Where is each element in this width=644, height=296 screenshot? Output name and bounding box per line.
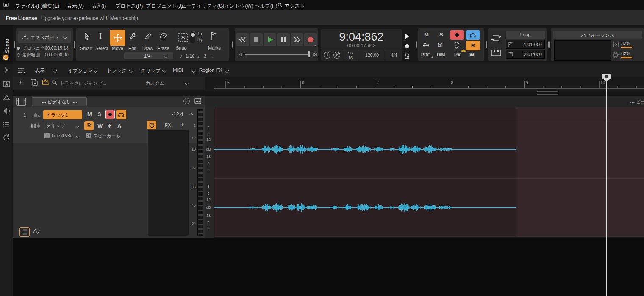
track1-name-box[interactable]: トラック1 — [43, 110, 82, 119]
track1-auto-button[interactable]: A — [117, 123, 121, 129]
marks-flag-icon[interactable] — [210, 31, 217, 41]
smart-tool-icon[interactable] — [83, 32, 91, 41]
edit-tool-icon[interactable] — [129, 32, 137, 40]
record-options-corner-icon[interactable] — [314, 44, 316, 46]
thumbnail-icon[interactable] — [194, 98, 201, 104]
module-handle[interactable] — [486, 41, 487, 48]
add-track-button[interactable]: + — [19, 78, 23, 87]
rewind-button[interactable] — [236, 33, 249, 46]
loop-start-box[interactable]: 1:01:000 — [506, 40, 545, 49]
snap-note-value[interactable]: 1/16 — [186, 53, 194, 59]
track-list-view-button[interactable] — [19, 227, 30, 237]
time-secondary[interactable]: 00:00:17.949 — [321, 43, 402, 48]
punch-toggle-icon[interactable] — [491, 49, 502, 57]
jump-to-track-input[interactable]: トラックにジャンプ... — [60, 80, 107, 87]
loop-end-box[interactable]: 2:01:000 — [506, 50, 545, 59]
dock-meter-icon[interactable] — [3, 108, 10, 114]
automation-lane-button[interactable] — [33, 229, 40, 235]
tvmenu-regionfx[interactable]: Region FX — [199, 67, 222, 73]
select-tool-icon[interactable]: I — [99, 31, 102, 41]
track1-gain-value[interactable]: -12.4 — [172, 112, 183, 117]
trackview-hamburger-icon[interactable] — [18, 67, 25, 73]
menu-file[interactable]: ファイル(F) — [15, 3, 42, 10]
film-icon[interactable] — [16, 98, 26, 106]
menu-process[interactable]: プロセス(P) — [115, 3, 143, 10]
tvmenu-options[interactable]: オプション — [68, 67, 93, 74]
track1-output-dropdown[interactable]: スピーカー (i — [93, 133, 119, 139]
track1-input-dropdown[interactable]: Line (P-Se — [52, 133, 73, 138]
global-arm-button[interactable]: R — [466, 41, 480, 50]
track1-record-arm-button[interactable] — [105, 110, 115, 119]
video-count-badge[interactable]: 8 — [183, 98, 190, 104]
empty-track-area[interactable] — [13, 238, 644, 296]
tempo-ratio-icon[interactable] — [333, 51, 341, 59]
time-primary[interactable]: 9:04:862 — [321, 31, 402, 44]
timeline-ruler[interactable]: 5678910 — [205, 77, 644, 90]
global-fx-bypass-button[interactable]: Fx — [423, 42, 429, 48]
global-mute-button[interactable]: M — [424, 31, 429, 38]
tvmenu-clip[interactable]: クリップ — [141, 67, 161, 74]
dock-expand-icon[interactable] — [4, 67, 9, 73]
keysig-icon[interactable] — [323, 51, 331, 59]
scrub-slider-handle[interactable] — [308, 51, 310, 57]
track1-lane-mode-dropdown[interactable]: クリップ — [46, 123, 65, 129]
track1-solo-button[interactable]: S — [97, 111, 101, 117]
video-label-box[interactable]: --- ビデオなし --- — [32, 97, 87, 106]
move-tool-icon[interactable] — [114, 34, 122, 42]
duplicate-track-icon[interactable] — [31, 79, 38, 86]
meter-lower-value[interactable]: 16 — [343, 55, 358, 60]
dock-mixdown-icon[interactable] — [3, 94, 10, 101]
fx-add-button[interactable]: + — [180, 120, 184, 128]
tvmenu-view[interactable]: 表示 — [35, 67, 45, 74]
splitter-grip[interactable] — [537, 91, 558, 92]
assist-search-icon[interactable] — [278, 3, 283, 8]
tempo-value[interactable]: 120.00 — [358, 53, 386, 58]
track1-grip-icon[interactable] — [32, 112, 41, 118]
play-button[interactable] — [264, 33, 276, 46]
track1-mute-button[interactable]: M — [87, 111, 92, 117]
scrub-end-icon[interactable] — [313, 52, 317, 57]
playhead-line[interactable] — [606, 80, 607, 296]
erase-tool-icon[interactable] — [159, 33, 167, 40]
track1-freeze-button[interactable]: ∗ — [107, 122, 112, 129]
scrub-slider[interactable] — [245, 54, 309, 55]
metronome-icon[interactable] — [404, 53, 410, 59]
membership-crown-icon[interactable] — [42, 79, 49, 85]
fx-bin[interactable] — [148, 130, 189, 236]
meter-upper-value[interactable]: 96 — [343, 50, 358, 55]
preset-dropdown[interactable]: カスタム — [145, 80, 164, 87]
snap-count-value[interactable]: 3 — [204, 53, 206, 59]
snap-grid-icon[interactable]: S — [178, 32, 188, 42]
module-handle[interactable] — [416, 41, 417, 48]
menu-utilities[interactable]: ユーティリティ(U) — [181, 3, 224, 10]
global-record-button[interactable] — [450, 30, 464, 40]
splitter-grip[interactable] — [537, 94, 558, 95]
track1-input-echo-button[interactable] — [116, 110, 126, 119]
snap-mode-toggle[interactable] — [190, 32, 195, 43]
wai-button[interactable]: ₩ — [469, 52, 474, 58]
pause-button[interactable] — [277, 33, 290, 46]
export-selection-radio[interactable] — [17, 53, 20, 57]
fx-power-button[interactable] — [147, 121, 156, 129]
menu-project[interactable]: プロジェクト(J) — [146, 3, 183, 10]
global-solo-button[interactable]: S — [439, 31, 443, 38]
mini-play-icon[interactable] — [405, 34, 410, 39]
scrub-start-icon[interactable] — [238, 52, 243, 57]
dock-list-icon[interactable] — [3, 121, 10, 127]
fast-forward-button[interactable] — [291, 33, 303, 46]
interleave-button[interactable] — [453, 41, 460, 49]
pdc-button[interactable]: PDC — [421, 52, 430, 57]
menu-help[interactable]: ヘルプ(H) — [255, 3, 278, 10]
export-project-radio[interactable] — [17, 47, 20, 50]
license-message[interactable]: Upgrade your experience with Membership — [41, 15, 138, 21]
module-handle[interactable] — [548, 41, 550, 48]
menu-edit[interactable]: 編集(E) — [42, 3, 59, 10]
menu-view[interactable]: 表示(V) — [67, 3, 84, 10]
menu-window[interactable]: ウィンドウ(W) — [219, 3, 253, 10]
px-button[interactable]: Px — [454, 52, 461, 58]
playhead-marker[interactable] — [602, 74, 611, 79]
loop-toggle-icon[interactable] — [491, 33, 502, 43]
stop-button[interactable] — [250, 33, 263, 46]
app-logo-icon[interactable] — [3, 2, 9, 8]
module-handle[interactable] — [14, 41, 15, 48]
